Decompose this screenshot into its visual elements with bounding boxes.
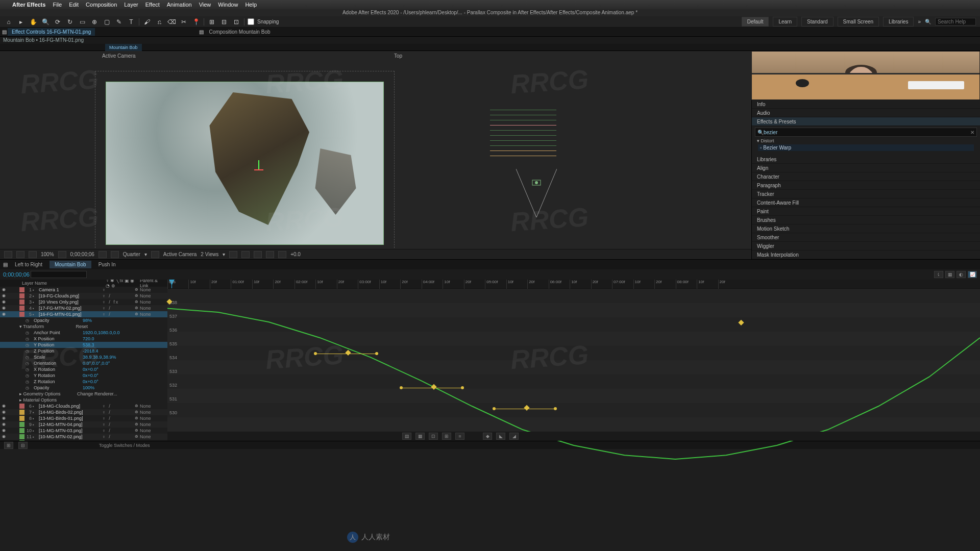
stopwatch-icon[interactable]: ◷ (26, 349, 31, 354)
panel-mask-interp[interactable]: Mask Interpolation (752, 251, 980, 259)
layer-row[interactable]: ◉ 4 ▪ [17-FG-MTN-02.png] ♀ / ⊚ None (0, 305, 167, 311)
parent-menu[interactable]: None (140, 416, 166, 421)
expand-icon[interactable]: ⊞ (4, 442, 13, 449)
layer-name[interactable]: [12-MG-MTN-04.png] (39, 422, 101, 427)
menu-file[interactable]: File (53, 2, 62, 8)
parent-pick-icon[interactable]: ⊚ (134, 404, 139, 409)
property-row[interactable]: ◷ Scale 38.9,38.9,38.9% (0, 354, 167, 360)
home-icon[interactable]: ⌂ (4, 17, 13, 27)
transform-group[interactable]: ▾ Transform Reset (0, 323, 167, 330)
parent-menu[interactable]: None (140, 422, 166, 427)
eye-icon[interactable]: ◉ (1, 312, 6, 317)
solo-icon[interactable] (7, 440, 12, 441)
eye-icon[interactable]: ◉ (1, 287, 6, 292)
graph-area[interactable]: 538537536535534533532531530 (167, 289, 980, 432)
menu-help[interactable]: Help (245, 2, 257, 8)
bezier-handle-dot[interactable] (554, 407, 557, 410)
fit-icon[interactable]: ⊞ (442, 433, 451, 440)
panel-effects-presets[interactable]: Effects & Presets (752, 117, 980, 126)
ease-in-icon[interactable]: ◣ (496, 433, 505, 440)
parent-pick-icon[interactable]: ⊚ (134, 440, 139, 441)
property-value[interactable]: 1920.0,1080.0,0.0 (83, 330, 120, 335)
solo-icon[interactable] (7, 299, 12, 305)
hand-tool-icon[interactable]: ✋ (29, 17, 38, 27)
panbehind-tool-icon[interactable]: ⊕ (90, 17, 99, 27)
effect-bezier-warp[interactable]: ▫ Bezier Warp (758, 144, 974, 151)
auto-zoom-icon[interactable]: ⊡ (429, 433, 438, 440)
lock-icon[interactable] (13, 312, 18, 317)
label-color[interactable] (19, 422, 24, 427)
fast-preview-icon[interactable] (241, 251, 250, 258)
property-row[interactable]: ◷ Z Rotation 0x+0.0° (0, 379, 167, 385)
stopwatch-icon[interactable]: ◷ (26, 361, 31, 366)
layer-name[interactable]: [09-MG-MTN-01.png] (39, 440, 101, 441)
bezier-handle[interactable] (315, 354, 377, 354)
label-color[interactable] (19, 299, 24, 305)
label-color[interactable] (19, 410, 24, 415)
stopwatch-icon[interactable]: ◷ (26, 343, 31, 347)
reset-exposure-icon[interactable] (278, 251, 286, 258)
parent-pick-icon[interactable]: ⊚ (134, 428, 139, 433)
label-color[interactable] (19, 440, 24, 441)
parent-menu[interactable]: None (140, 299, 166, 305)
stopwatch-icon[interactable]: ◷ (26, 380, 31, 384)
solo-icon[interactable] (7, 428, 12, 433)
property-value[interactable]: 0.0°,0.0°,0.0° (83, 361, 110, 366)
views-menu[interactable]: 2 Views (201, 252, 218, 257)
property-value[interactable]: -2018.4 (83, 348, 99, 354)
stopwatch-icon[interactable]: ◷ (26, 355, 31, 360)
menu-effect[interactable]: Effect (145, 2, 160, 8)
parent-menu[interactable]: None (140, 287, 166, 292)
panel-info[interactable]: Info (752, 100, 980, 109)
bezier-handle[interactable] (401, 388, 462, 388)
composition-viewer[interactable]: Active Camera Top 100% 0;00;00;06 (0, 51, 751, 259)
current-time[interactable]: 0;00;00;06 (0, 271, 31, 278)
layer-flags[interactable]: ♀ / fx (102, 299, 133, 305)
parent-menu[interactable]: None (140, 306, 166, 311)
lock-icon[interactable] (13, 440, 18, 441)
rotate-tool-icon[interactable]: ↻ (65, 17, 75, 27)
solo-icon[interactable] (7, 287, 12, 292)
property-row[interactable]: ◷ Z Position -2018.4 (0, 348, 167, 354)
menu-animation[interactable]: Animation (167, 2, 192, 8)
transparency-icon[interactable] (151, 251, 159, 258)
layer-flags[interactable]: ♀ / (102, 404, 133, 409)
motionblur-toggle-icon[interactable]: ◐ (957, 271, 966, 278)
bezier-handle-dot[interactable] (493, 407, 496, 410)
layer-row[interactable]: ◉ 5 ▪ [16-FG-MTN-01.png] ♀ / ⊚ None (0, 311, 167, 317)
parent-menu[interactable]: None (140, 404, 166, 409)
label-color[interactable] (19, 434, 24, 439)
eye-icon[interactable]: ◉ (1, 428, 6, 433)
menu-view[interactable]: View (199, 2, 211, 8)
solo-icon[interactable] (7, 416, 12, 421)
layer-row[interactable]: ◉ 2 ▪ [19-FG-Clouds.png] ♀ / ⊚ None (0, 293, 167, 299)
col-layer-name[interactable]: Layer Name (22, 281, 105, 286)
eye-icon[interactable]: ◉ (1, 404, 6, 409)
menu-window[interactable]: Window (218, 2, 238, 8)
property-row[interactable]: ◷ Anchor Point 1920.0,1080.0,0.0 (0, 330, 167, 336)
layer-flags[interactable]: ♀ / (102, 422, 133, 427)
layer-name[interactable]: [20 Vines Only.png] (39, 299, 101, 305)
exposure-value[interactable]: +0.0 (290, 252, 301, 257)
eye-icon[interactable]: ◉ (1, 299, 6, 305)
layer-row[interactable]: ◉ 9 ▪ [12-MG-MTN-04.png] ♀ / ⊚ None (0, 421, 167, 428)
parent-pick-icon[interactable]: ⊚ (134, 312, 139, 317)
solo-icon[interactable] (7, 293, 12, 298)
brush-tool-icon[interactable]: 🖌 (142, 17, 152, 27)
parent-menu[interactable]: None (140, 293, 166, 298)
camera-menu[interactable]: Active Camera (163, 252, 197, 257)
property-value[interactable]: 0x+0.0° (83, 373, 99, 378)
shy-toggle-icon[interactable]: ⤹ (934, 271, 943, 278)
label-color[interactable] (19, 293, 24, 298)
solo-icon[interactable] (7, 434, 12, 439)
lock-icon[interactable] (13, 422, 18, 427)
label-color[interactable] (19, 416, 24, 421)
solo-icon[interactable] (7, 306, 12, 311)
layer-flags[interactable]: ♀ / (102, 428, 133, 433)
property-row[interactable]: ◷ Y Rotation 0x+0.0° (0, 372, 167, 379)
stopwatch-icon[interactable]: ◷ (26, 373, 31, 378)
pixel-aspect-icon[interactable] (229, 251, 237, 258)
mask-toggle-icon[interactable] (16, 251, 24, 258)
ease-out-icon[interactable]: ◢ (509, 433, 519, 440)
parent-menu[interactable]: None (140, 312, 166, 317)
